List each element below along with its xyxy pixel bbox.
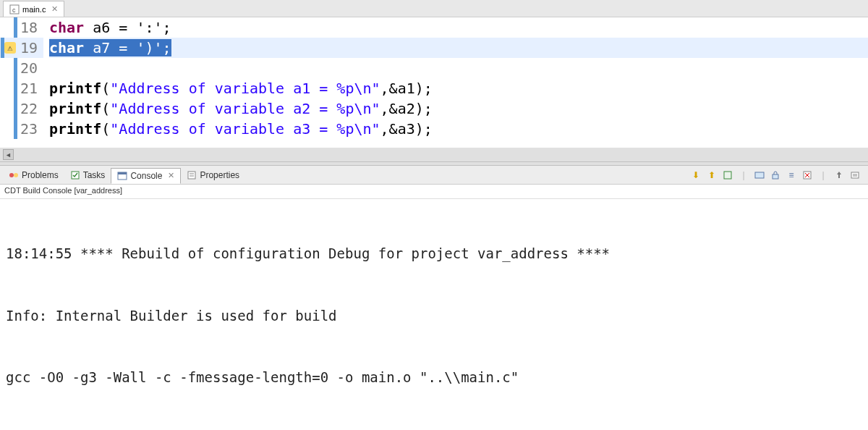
- line-number: 20: [17, 59, 43, 77]
- svg-point-2: [9, 173, 14, 177]
- console-line: 18:14:55 **** Rebuild of configuration D…: [6, 243, 862, 264]
- editor-tab-bar: c main.c ✕: [0, 0, 868, 17]
- close-icon[interactable]: ✕: [51, 4, 58, 14]
- warning-icon[interactable]: ⚠: [4, 42, 16, 54]
- wrap-icon[interactable]: ≡: [786, 169, 797, 181]
- editor-tab-main-c[interactable]: c main.c ✕: [3, 1, 64, 17]
- svg-rect-6: [118, 172, 127, 174]
- code-line: printf("Address of variable a2 = %p\n",&…: [49, 98, 868, 119]
- pin-icon[interactable]: [833, 169, 845, 181]
- svg-rect-11: [755, 172, 764, 178]
- horizontal-scrollbar[interactable]: ◄: [0, 148, 868, 161]
- code-line: [49, 58, 868, 78]
- tab-label: Problems: [22, 170, 59, 180]
- console-line: Info: Internal Builder is used for build: [6, 305, 862, 326]
- clear-icon[interactable]: [801, 169, 813, 181]
- svg-rect-12: [773, 174, 778, 179]
- code-line: char a7 = ')';: [49, 38, 868, 58]
- toolbar-divider: |: [738, 169, 749, 181]
- tab-label: Properties: [200, 170, 239, 180]
- bottom-panel: Problems Tasks Console ✕ Properties ⬇ ⬆ …: [0, 166, 868, 430]
- properties-icon: [187, 170, 197, 180]
- toolbar-divider: |: [817, 169, 829, 181]
- selection: char a7 = ')';: [49, 39, 171, 56]
- line-number: 18: [17, 19, 43, 36]
- up-arrow-icon[interactable]: ⬆: [706, 169, 718, 181]
- console-icon: [117, 171, 127, 181]
- lock-icon[interactable]: [770, 169, 781, 181]
- tab-problems[interactable]: Problems: [3, 168, 64, 182]
- svg-rect-10: [724, 172, 731, 179]
- console-line: gcc -O0 -g3 -Wall -c -fmessage-length=0 …: [6, 367, 862, 388]
- console-output[interactable]: 18:14:55 **** Rebuild of configuration D…: [0, 199, 868, 430]
- tasks-icon: [70, 170, 80, 180]
- line-number: 22: [17, 100, 43, 117]
- tab-console[interactable]: Console ✕: [111, 168, 181, 184]
- close-icon[interactable]: ✕: [168, 171, 174, 180]
- line-number: 19: [17, 39, 43, 56]
- down-arrow-icon[interactable]: ⬇: [690, 169, 702, 181]
- tab-properties[interactable]: Properties: [181, 168, 245, 182]
- line-number: 23: [17, 120, 43, 138]
- code-lines[interactable]: char a6 = ':'; char a7 = ')'; printf("Ad…: [43, 17, 868, 148]
- menu-icon[interactable]: [849, 169, 861, 181]
- display-icon[interactable]: [754, 169, 765, 181]
- tab-tasks[interactable]: Tasks: [64, 168, 111, 182]
- code-line: char a6 = ':';: [49, 17, 868, 38]
- svg-rect-7: [188, 172, 195, 179]
- bottom-tab-bar: Problems Tasks Console ✕ Properties ⬇ ⬆ …: [0, 166, 868, 185]
- editor-tab-label: main.c: [22, 5, 46, 14]
- svg-point-3: [14, 173, 18, 177]
- scroll-left-arrow[interactable]: ◄: [3, 149, 14, 160]
- svg-text:c: c: [12, 7, 16, 14]
- code-editor: c main.c ✕ 18 ⚠19 20 21 22 23 char a6 = …: [0, 0, 868, 161]
- code-area[interactable]: 18 ⚠19 20 21 22 23 char a6 = ':'; char a…: [0, 17, 868, 148]
- console-toolbar: ⬇ ⬆ | ≡ |: [690, 169, 865, 181]
- line-number: 21: [17, 80, 43, 97]
- svg-rect-16: [851, 172, 859, 178]
- code-line: printf("Address of variable a1 = %p\n",&…: [49, 78, 868, 98]
- code-line: printf("Address of variable a3 = %p\n",&…: [49, 119, 868, 139]
- refresh-icon[interactable]: [722, 169, 733, 181]
- line-gutter: 18 ⚠19 20 21 22 23: [0, 17, 43, 148]
- problems-icon: [9, 170, 19, 180]
- console-description: CDT Build Console [var_address]: [0, 185, 868, 199]
- c-file-icon: c: [9, 4, 20, 14]
- tab-label: Console: [130, 171, 162, 181]
- tab-label: Tasks: [83, 170, 106, 180]
